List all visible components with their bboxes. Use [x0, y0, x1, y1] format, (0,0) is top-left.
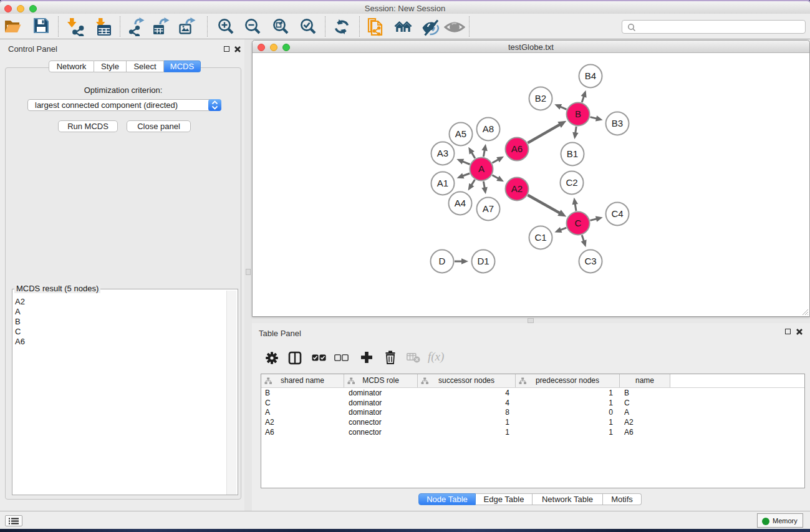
svg-text:A7: A7: [483, 203, 494, 214]
svg-text:B4: B4: [585, 70, 596, 81]
svg-text:A: A: [478, 163, 485, 174]
svg-text:A6: A6: [511, 143, 523, 154]
svg-text:A5: A5: [455, 128, 466, 139]
svg-text:B1: B1: [567, 148, 578, 159]
svg-text:A1: A1: [437, 178, 448, 188]
svg-text:C3: C3: [584, 256, 596, 266]
svg-text:A3: A3: [437, 148, 448, 158]
svg-text:B3: B3: [612, 118, 623, 128]
svg-text:A4: A4: [455, 198, 466, 208]
svg-text:C2: C2: [566, 177, 577, 188]
svg-text:B: B: [575, 109, 581, 119]
svg-text:C: C: [575, 218, 582, 228]
svg-text:B2: B2: [535, 93, 546, 104]
svg-text:A2: A2: [511, 183, 523, 194]
svg-text:A8: A8: [483, 123, 494, 134]
svg-text:D1: D1: [477, 256, 489, 266]
svg-text:C1: C1: [534, 232, 546, 243]
svg-text:D: D: [439, 256, 446, 266]
svg-text:C4: C4: [611, 208, 623, 219]
